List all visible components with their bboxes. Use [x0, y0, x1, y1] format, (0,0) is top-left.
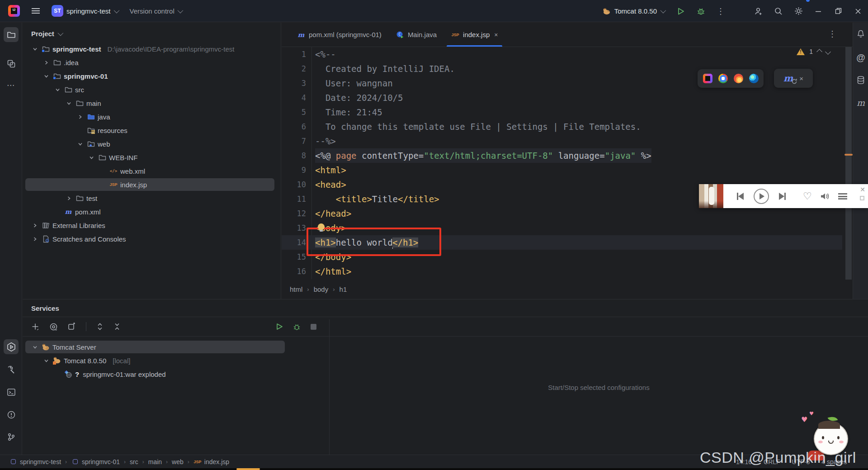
- status-breadcrumb-index-jsp[interactable]: JSPindex.jsp: [193, 458, 229, 466]
- run-service-button[interactable]: [276, 323, 283, 330]
- chevron-collapsed-icon[interactable]: [42, 58, 50, 66]
- maven-reload-icon[interactable]: m: [783, 73, 793, 84]
- chevron-collapsed-icon[interactable]: [31, 235, 39, 243]
- settings-button[interactable]: [788, 0, 808, 22]
- code-line-5[interactable]: 5 Time: 21:45: [282, 105, 842, 119]
- next-track-icon[interactable]: [779, 193, 786, 200]
- project-item-resources[interactable]: resources: [23, 123, 281, 137]
- project-item-external-libraries[interactable]: External Libraries: [23, 218, 281, 232]
- code-line-12[interactable]: 12</head>: [282, 206, 842, 221]
- terminal-tool-button[interactable]: [4, 385, 19, 399]
- debug-service-button[interactable]: [293, 323, 301, 331]
- maven-tool-button[interactable]: m: [854, 96, 868, 109]
- tab-index-jsp[interactable]: JSPindex.jsp×: [444, 23, 505, 47]
- firefox-icon[interactable]: [734, 74, 743, 83]
- status-breadcrumb-springmvc-01[interactable]: springmvc-01: [71, 458, 120, 466]
- services-item-tomcat-server[interactable]: Tomcat Server: [23, 340, 868, 354]
- project-item-web-inf[interactable]: WEB-INF: [23, 151, 281, 164]
- ai-assistant-button[interactable]: @: [854, 51, 868, 64]
- maven-reload-widget[interactable]: m ×: [774, 69, 813, 88]
- project-item-src[interactable]: src: [23, 83, 281, 96]
- chevron-expanded-icon[interactable]: [42, 72, 50, 80]
- status-breadcrumb-web[interactable]: web: [172, 458, 184, 465]
- editor-scrollbar[interactable]: [845, 47, 852, 280]
- project-item-index-jsp[interactable]: JSPindex.jsp: [23, 178, 281, 191]
- status-breadcrumb-springmvc-test[interactable]: springmvc-test: [9, 458, 61, 466]
- chevron-expanded-icon[interactable]: [87, 153, 95, 161]
- project-item-pom-xml[interactable]: mpom.xml: [23, 205, 281, 218]
- more-actions-button[interactable]: ⋮: [711, 0, 731, 22]
- services-tool-button[interactable]: [4, 339, 19, 354]
- status-breadcrumb-main[interactable]: main: [148, 458, 162, 465]
- services-panel-title[interactable]: Services: [23, 299, 868, 317]
- problems-tool-button[interactable]: [4, 407, 19, 422]
- services-item-tomcat-8-0-50[interactable]: Tomcat 8.0.50[local]: [23, 354, 868, 367]
- code-line-1[interactable]: 1<%--: [282, 47, 842, 62]
- project-item-java[interactable]: java: [23, 110, 281, 123]
- mini-window-icon[interactable]: [860, 196, 864, 200]
- minimize-button[interactable]: [808, 0, 828, 22]
- chevron-expanded-icon[interactable]: [76, 140, 84, 148]
- chrome-icon[interactable]: [718, 74, 728, 83]
- collapse-all-button[interactable]: [113, 323, 121, 331]
- previous-track-icon[interactable]: [737, 193, 744, 200]
- tab-pom-xml-springmvc-01-[interactable]: mpom.xml (springmvc-01): [290, 23, 389, 47]
- add-service-button[interactable]: [31, 323, 39, 331]
- project-item-web-xml[interactable]: </>web.xml: [23, 164, 281, 178]
- volume-icon[interactable]: [820, 192, 830, 200]
- project-widget[interactable]: ST springmvc-test: [52, 5, 118, 17]
- project-item-springmvc-01[interactable]: springmvc-01: [23, 69, 281, 83]
- structure-tool-button[interactable]: [4, 56, 19, 71]
- chevron-expanded-icon[interactable]: [31, 343, 39, 351]
- project-item-web[interactable]: web: [23, 137, 281, 151]
- git-tool-button[interactable]: [4, 429, 19, 444]
- inspection-widget[interactable]: 1: [797, 48, 830, 55]
- project-item-scratches-and-consoles[interactable]: Scratches and Consoles: [23, 232, 281, 246]
- code-line-16[interactable]: 16</html>: [282, 264, 842, 279]
- chevron-expanded-icon[interactable]: [31, 45, 39, 53]
- add-user-button[interactable]: [749, 0, 769, 22]
- editor-options-button[interactable]: ⋮: [828, 30, 836, 38]
- edge-icon[interactable]: [749, 74, 759, 83]
- floating-video-player[interactable]: ♡ ✕: [699, 184, 868, 208]
- close-icon[interactable]: ✕: [860, 186, 865, 193]
- project-item-test[interactable]: test: [23, 191, 281, 205]
- debug-button[interactable]: [691, 0, 711, 22]
- breadcrumb-html[interactable]: html: [290, 285, 302, 293]
- chevron-collapsed-icon[interactable]: [76, 113, 84, 121]
- breadcrumb-h1[interactable]: h1: [340, 285, 347, 293]
- chevron-expanded-icon[interactable]: [42, 356, 50, 365]
- status-breadcrumb-src[interactable]: src: [130, 458, 138, 465]
- close-icon[interactable]: ×: [494, 31, 498, 38]
- run-button[interactable]: [671, 0, 691, 22]
- restore-button[interactable]: [828, 0, 848, 22]
- breadcrumb-body[interactable]: body: [314, 285, 329, 293]
- open-in-new-tab-button[interactable]: [68, 323, 76, 331]
- project-item--idea[interactable]: .idea: [23, 56, 281, 69]
- notifications-bell-button[interactable]: [854, 27, 868, 41]
- close-button[interactable]: [848, 0, 868, 22]
- build-tool-button[interactable]: [4, 362, 19, 377]
- close-icon[interactable]: ×: [799, 75, 803, 82]
- code-line-6[interactable]: 6 To change this template use File | Set…: [282, 119, 842, 134]
- intention-bulb-icon[interactable]: [318, 223, 325, 230]
- show-configurations-button[interactable]: [49, 323, 58, 331]
- open-in-browser-widget[interactable]: [698, 69, 764, 88]
- expand-all-button[interactable]: [96, 323, 104, 331]
- chevron-collapsed-icon[interactable]: [31, 221, 39, 229]
- favorite-heart-icon[interactable]: ♡: [803, 190, 812, 202]
- idea-browser-icon[interactable]: [703, 74, 712, 83]
- project-tool-button[interactable]: [4, 27, 19, 42]
- play-button[interactable]: [754, 189, 769, 204]
- services-item-springmvc-01-war-exploded[interactable]: ?springmvc-01:war exploded: [23, 367, 868, 381]
- code-line-4[interactable]: 4 Date: 2024/10/5: [282, 90, 842, 105]
- run-configuration-selector[interactable]: Tomcat 8.0.50: [603, 7, 665, 15]
- database-button[interactable]: [854, 73, 868, 87]
- chevron-expanded-icon[interactable]: [53, 85, 61, 94]
- tab-main-java[interactable]: CMain.java: [389, 23, 444, 47]
- stop-service-button[interactable]: [311, 324, 316, 330]
- chevron-expanded-icon[interactable]: [65, 99, 73, 107]
- project-item-springmvc-test[interactable]: springmvc-testD:\javacode\IDEA-program\s…: [23, 42, 281, 56]
- version-control-menu[interactable]: Version control: [130, 7, 182, 15]
- video-thumbnail[interactable]: [699, 184, 723, 208]
